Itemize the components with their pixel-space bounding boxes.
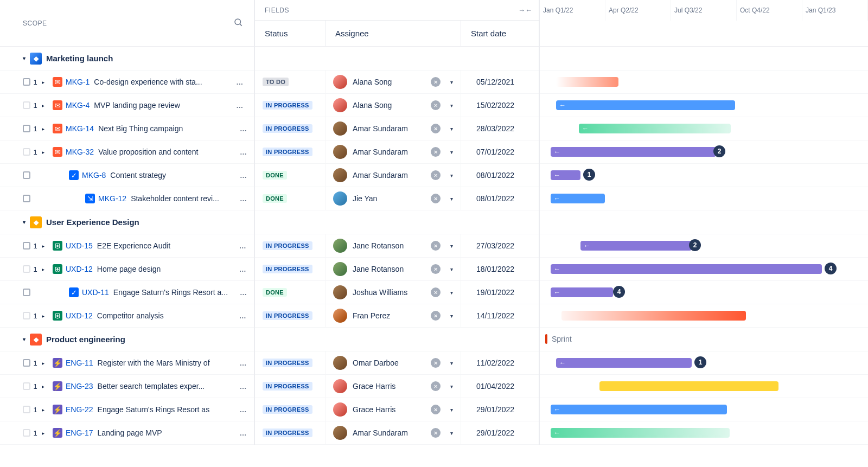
- checkbox[interactable]: [23, 382, 30, 390]
- chevron-right-icon[interactable]: ▸: [42, 79, 48, 85]
- more-icon[interactable]: …: [240, 429, 247, 437]
- start-date-cell[interactable]: 29/01/2022: [461, 421, 539, 444]
- chevron-right-icon[interactable]: ▸: [42, 430, 48, 436]
- timeline-bar[interactable]: [556, 77, 618, 87]
- issue-key[interactable]: ENG-17: [66, 428, 93, 437]
- checkbox[interactable]: [23, 359, 30, 367]
- more-icon[interactable]: …: [239, 312, 247, 320]
- chevron-right-icon[interactable]: ▸: [42, 126, 48, 132]
- dependency-badge[interactable]: 1: [583, 169, 595, 181]
- issue-key[interactable]: ENG-22: [66, 405, 93, 414]
- start-date-cell[interactable]: 05/12/2021: [461, 71, 539, 93]
- assignee-cell[interactable]: Fran Perez ✕ ▾: [326, 304, 461, 327]
- dependency-badge[interactable]: 2: [689, 239, 701, 251]
- assignee-cell[interactable]: Alana Song ✕ ▾: [326, 94, 461, 117]
- checkbox[interactable]: [23, 312, 30, 319]
- status-cell[interactable]: IN PROGRESS: [255, 421, 326, 444]
- start-date-cell[interactable]: 01/04/2022: [461, 375, 539, 398]
- dependency-badge[interactable]: 2: [713, 145, 725, 157]
- chevron-right-icon[interactable]: ▸: [42, 383, 48, 389]
- chevron-right-icon[interactable]: ▸: [42, 149, 48, 155]
- issue-title[interactable]: Content strategy: [110, 171, 233, 180]
- dependency-badge[interactable]: 4: [613, 286, 625, 298]
- issue-key[interactable]: MKG-4: [66, 101, 90, 110]
- chevron-down-icon[interactable]: ▾: [446, 196, 461, 202]
- chevron-right-icon[interactable]: ▸: [42, 407, 48, 413]
- clear-assignee-icon[interactable]: ✕: [431, 241, 441, 251]
- timeline-column[interactable]: ←←←2←1←←2←4←4Sprint←1←←: [540, 47, 868, 445]
- timeline-row[interactable]: ←1: [540, 351, 868, 375]
- chevron-right-icon[interactable]: ▸: [42, 313, 48, 319]
- status-cell[interactable]: IN PROGRESS: [255, 140, 326, 163]
- timeline-bar[interactable]: ←: [551, 147, 716, 157]
- chevron-down-icon[interactable]: ▾: [446, 126, 461, 132]
- checkbox[interactable]: [23, 195, 30, 202]
- start-date-cell[interactable]: 28/03/2022: [461, 117, 539, 140]
- chevron-down-icon[interactable]: ▾: [446, 103, 461, 108]
- timeline-row[interactable]: ←: [540, 398, 868, 421]
- clear-assignee-icon[interactable]: ✕: [431, 194, 441, 203]
- chevron-down-icon[interactable]: ▾: [446, 266, 461, 272]
- clear-assignee-icon[interactable]: ✕: [431, 124, 441, 133]
- chevron-down-icon[interactable]: ▾: [23, 336, 25, 342]
- group-header[interactable]: ▾ ◆ User Experience Design: [0, 210, 254, 234]
- more-icon[interactable]: …: [240, 359, 247, 367]
- group-header[interactable]: ▾ ◆ Product engineering: [0, 328, 254, 351]
- chevron-down-icon[interactable]: ▾: [446, 360, 461, 366]
- assignee-cell[interactable]: Amar Sundaram ✕ ▾: [326, 164, 461, 187]
- issue-title[interactable]: Landing page MVP: [98, 428, 233, 437]
- chevron-down-icon[interactable]: ▾: [446, 407, 461, 413]
- chevron-down-icon[interactable]: ▾: [446, 172, 461, 178]
- assignee-cell[interactable]: Grace Harris ✕ ▾: [326, 375, 461, 398]
- checkbox[interactable]: [23, 78, 30, 86]
- issue-key[interactable]: UXD-15: [66, 241, 93, 250]
- status-cell[interactable]: DONE: [255, 187, 326, 210]
- start-date-cell[interactable]: 07/01/2022: [461, 140, 539, 163]
- assignee-cell[interactable]: Jane Rotanson ✕ ▾: [326, 258, 461, 280]
- checkbox[interactable]: [23, 429, 30, 437]
- timeline-bar[interactable]: ←: [551, 264, 822, 274]
- chevron-down-icon[interactable]: ▾: [23, 55, 25, 61]
- timeline-row[interactable]: ←: [540, 94, 868, 117]
- timeline-bar[interactable]: ←: [556, 358, 692, 368]
- search-icon[interactable]: [233, 17, 243, 29]
- issue-key[interactable]: ENG-23: [66, 382, 93, 391]
- status-cell[interactable]: IN PROGRESS: [255, 351, 326, 374]
- dependency-badge[interactable]: 1: [694, 356, 706, 368]
- clear-assignee-icon[interactable]: ✕: [431, 147, 441, 157]
- status-cell[interactable]: TO DO: [255, 71, 326, 93]
- timeline-row[interactable]: [540, 375, 868, 398]
- status-cell[interactable]: IN PROGRESS: [255, 304, 326, 327]
- timeline-row[interactable]: ←4: [540, 258, 868, 281]
- chevron-down-icon[interactable]: ▾: [446, 79, 461, 85]
- timeline-row[interactable]: ←2: [540, 234, 868, 258]
- clear-assignee-icon[interactable]: ✕: [431, 264, 441, 274]
- issue-key[interactable]: UXD-12: [66, 311, 93, 320]
- more-icon[interactable]: …: [240, 125, 247, 133]
- checkbox[interactable]: [23, 242, 30, 250]
- timeline-bar[interactable]: ←: [579, 124, 731, 133]
- issue-title[interactable]: Engage Saturn's Rings Resort as: [98, 405, 233, 414]
- more-icon[interactable]: …: [239, 265, 247, 273]
- assignee-cell[interactable]: Jie Yan ✕ ▾: [326, 187, 461, 210]
- status-cell[interactable]: IN PROGRESS: [255, 258, 326, 280]
- chevron-down-icon[interactable]: ▾: [446, 290, 461, 296]
- timeline-row[interactable]: ←: [540, 421, 868, 445]
- status-cell[interactable]: IN PROGRESS: [255, 234, 326, 257]
- clear-assignee-icon[interactable]: ✕: [431, 77, 441, 87]
- status-header[interactable]: Status: [255, 21, 326, 46]
- issue-key[interactable]: ENG-11: [66, 359, 93, 367]
- clear-assignee-icon[interactable]: ✕: [431, 381, 441, 391]
- start-date-cell[interactable]: 19/01/2022: [461, 281, 539, 304]
- checkbox[interactable]: [23, 148, 30, 156]
- issue-title[interactable]: Engage Saturn's Rings Resort a...: [113, 288, 233, 297]
- timeline-row[interactable]: ←1: [540, 164, 868, 187]
- clear-assignee-icon[interactable]: ✕: [431, 100, 441, 110]
- timeline-bar[interactable]: ←: [551, 194, 605, 203]
- issue-key[interactable]: MKG-32: [66, 148, 94, 156]
- chevron-down-icon[interactable]: ▾: [446, 149, 461, 155]
- timeline-row[interactable]: ←2: [540, 140, 868, 164]
- more-icon[interactable]: …: [240, 406, 247, 414]
- clear-assignee-icon[interactable]: ✕: [431, 170, 441, 180]
- issue-title[interactable]: MVP landing page review: [94, 101, 229, 110]
